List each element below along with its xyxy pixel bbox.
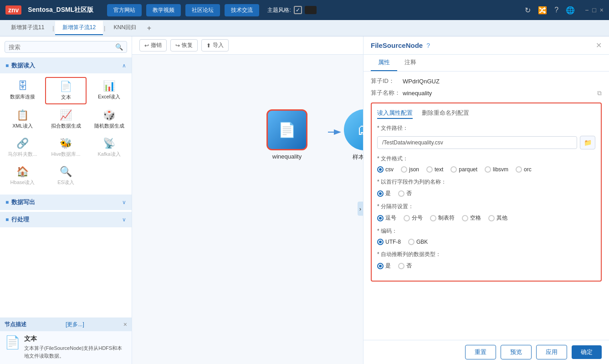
text-label: 文本: [61, 94, 71, 101]
refresh-icon[interactable]: ↻: [525, 6, 531, 15]
node-fit-data[interactable]: 📈 拟合数据生成: [45, 106, 87, 133]
header-yes[interactable]: 是: [377, 190, 391, 197]
format-parquet[interactable]: parquet: [450, 166, 477, 173]
node-desc-title: 节点描述: [5, 321, 26, 328]
canvas-node-sample[interactable]: 🗂 样本分区: [344, 109, 363, 161]
reset-btn[interactable]: 重置: [465, 345, 496, 359]
maximize-btn[interactable]: □: [592, 6, 596, 14]
node-db-connect[interactable]: 🗄 数据库连接: [2, 77, 43, 104]
canvas-content[interactable]: 📄 winequality 🗂 样本分区 ⚙ 类型 ›: [132, 55, 363, 362]
sample-label: 样本分区: [353, 153, 363, 161]
format-csv[interactable]: csv: [377, 166, 394, 173]
help-icon[interactable]: ?: [554, 6, 558, 14]
confirm-btn[interactable]: 确定: [572, 345, 602, 359]
format-json-radio[interactable]: [401, 166, 407, 173]
file-format-label: * 文件格式：: [377, 155, 595, 163]
theme-check-toggle[interactable]: ✓: [294, 6, 302, 14]
node-excel[interactable]: 📊 Excel读入: [88, 77, 130, 104]
copy-icon[interactable]: ⧉: [597, 89, 602, 97]
enc-gbk-radio[interactable]: [408, 239, 415, 245]
node-random-data[interactable]: 🎲 随机数据生成: [88, 106, 130, 133]
sep-semicolon-radio[interactable]: [404, 215, 410, 221]
random-data-label: 随机数据生成: [94, 123, 124, 129]
enc-utf8[interactable]: UTF-8: [377, 239, 401, 245]
kafka-label: Kafka读入: [97, 151, 120, 158]
format-csv-radio[interactable]: [377, 166, 384, 173]
share-icon[interactable]: 🔀: [538, 6, 547, 15]
close-btn[interactable]: ×: [600, 6, 604, 14]
tech-exchange-btn[interactable]: 技术交流: [225, 4, 259, 16]
canvas-node-winequality[interactable]: 📄 winequality: [266, 109, 307, 160]
enc-gbk[interactable]: GBK: [408, 239, 428, 245]
config-tab-rename[interactable]: 删除重命名列配置: [422, 109, 469, 119]
file-browse-btn[interactable]: 📁: [580, 136, 595, 149]
search-box[interactable]: 🔍: [5, 41, 127, 53]
sep-other[interactable]: 其他: [488, 214, 507, 222]
auto-type-no-radio[interactable]: [398, 263, 404, 269]
tab-add-btn[interactable]: +: [143, 24, 155, 32]
kafka-icon: 📡: [103, 138, 115, 149]
search-input[interactable]: [9, 44, 115, 51]
fit-data-label: 拟合数据生成: [51, 123, 81, 129]
encoding-options: UTF-8 GBK: [377, 239, 595, 245]
redo-label: 恢复: [182, 41, 193, 49]
sep-other-radio[interactable]: [488, 215, 495, 221]
node-desc-more[interactable]: [更多...]: [66, 321, 84, 328]
node-desc-close-btn[interactable]: ×: [123, 321, 127, 328]
sep-comma[interactable]: 逗号: [377, 214, 396, 222]
sep-tab[interactable]: 制表符: [430, 214, 455, 222]
format-orc[interactable]: orc: [516, 166, 532, 173]
header-no[interactable]: 否: [398, 190, 412, 197]
format-text[interactable]: text: [426, 166, 443, 173]
canvas-expand-arrow[interactable]: ›: [358, 201, 363, 215]
format-orc-radio[interactable]: [516, 166, 522, 173]
config-tab-import[interactable]: 读入属性配置: [377, 109, 413, 119]
preview-btn[interactable]: 预览: [501, 345, 532, 359]
globe-icon[interactable]: 🌐: [566, 6, 575, 15]
format-libsvm-radio[interactable]: [485, 166, 491, 173]
tab-flow11[interactable]: 新增算子流11: [4, 21, 51, 35]
undo-btn[interactable]: ↩ 撤销: [139, 39, 167, 51]
sep-space[interactable]: 空格: [462, 214, 481, 222]
sep-semicolon[interactable]: 分号: [404, 214, 423, 222]
sep-space-radio[interactable]: [462, 215, 468, 221]
format-text-radio[interactable]: [426, 166, 433, 173]
tab-knn[interactable]: KNN回归: [107, 21, 143, 35]
right-panel-tabs: 属性 注释: [363, 55, 609, 72]
tab-flow12[interactable]: 新增算子流12: [55, 21, 103, 35]
category-data-import[interactable]: ■ 数据读入 ∧: [0, 58, 132, 73]
auto-type-yes-radio[interactable]: [377, 263, 384, 269]
content-area: 🔍 ■ 数据读入 ∧ 🗄 数据库连接 📄 文本: [0, 36, 609, 364]
sep-comma-radio[interactable]: [377, 215, 384, 221]
right-panel-close-btn[interactable]: ✕: [596, 41, 602, 50]
right-panel-help-icon[interactable]: ?: [426, 42, 430, 49]
file-path-input[interactable]: [377, 136, 577, 149]
auto-type-no[interactable]: 否: [398, 262, 412, 270]
sep-tab-radio[interactable]: [430, 215, 436, 221]
forum-btn[interactable]: 社区论坛: [185, 4, 220, 16]
tutorial-btn[interactable]: 教学视频: [146, 4, 181, 16]
format-json[interactable]: json: [401, 166, 419, 173]
auto-type-yes[interactable]: 是: [377, 262, 391, 270]
header-no-radio[interactable]: [398, 190, 404, 197]
official-site-btn[interactable]: 官方网站: [107, 4, 142, 16]
category-row-process[interactable]: ■ 行处理 ∨: [0, 212, 132, 227]
node-text[interactable]: 📄 文本: [45, 77, 87, 104]
node-hive: 🐝 Hive数据库...: [45, 134, 87, 161]
enc-utf8-radio[interactable]: [377, 239, 384, 245]
category-data-output[interactable]: ■ 数据写出 ∨: [0, 195, 132, 210]
rpanel-tab-notes[interactable]: 注释: [397, 55, 424, 71]
category-data-import-icon: ■: [5, 62, 9, 69]
node-xml[interactable]: 📋 XML读入: [2, 106, 43, 133]
minimize-btn[interactable]: −: [585, 6, 589, 14]
header-yes-radio[interactable]: [377, 190, 384, 197]
file-path-input-row: 📁: [377, 136, 595, 149]
hive-icon: 🐝: [60, 138, 72, 149]
rpanel-tab-properties[interactable]: 属性: [371, 55, 397, 71]
theme-dark-toggle[interactable]: [305, 6, 317, 14]
redo-btn[interactable]: ↪ 恢复: [170, 39, 198, 51]
apply-btn[interactable]: 应用: [536, 345, 567, 359]
import-btn[interactable]: ⬆ 导入: [201, 39, 229, 51]
format-libsvm[interactable]: libsvm: [485, 166, 508, 173]
format-parquet-radio[interactable]: [450, 166, 457, 173]
